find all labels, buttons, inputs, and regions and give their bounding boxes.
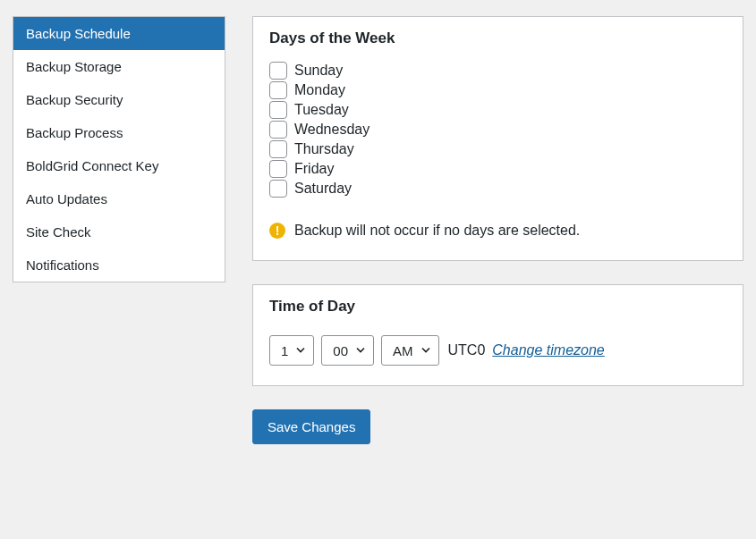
- sidebar-item-backup-schedule[interactable]: Backup Schedule: [13, 17, 225, 50]
- sidebar-item-site-check[interactable]: Site Check: [13, 215, 225, 248]
- checkbox-tuesday[interactable]: [269, 101, 287, 119]
- days-panel-title: Days of the Week: [253, 17, 743, 56]
- main-content: Days of the Week Sunday Monday Tuesday W…: [252, 16, 756, 444]
- day-row-monday: Monday: [269, 81, 726, 99]
- day-label[interactable]: Sunday: [294, 63, 343, 79]
- checkbox-sunday[interactable]: [269, 62, 287, 80]
- day-row-sunday: Sunday: [269, 62, 726, 80]
- sidebar-item-notifications[interactable]: Notifications: [13, 248, 225, 282]
- time-panel-title: Time of Day: [253, 285, 743, 324]
- checkbox-friday[interactable]: [269, 160, 287, 178]
- day-row-wednesday: Wednesday: [269, 121, 726, 139]
- checkbox-saturday[interactable]: [269, 180, 287, 198]
- checkbox-monday[interactable]: [269, 81, 287, 99]
- change-timezone-link[interactable]: Change timezone: [492, 342, 604, 358]
- hour-select[interactable]: 1: [269, 335, 314, 366]
- sidebar-item-backup-storage[interactable]: Backup Storage: [13, 50, 225, 83]
- days-of-week-panel: Days of the Week Sunday Monday Tuesday W…: [252, 16, 743, 261]
- day-label[interactable]: Tuesday: [294, 102, 349, 118]
- day-label[interactable]: Thursday: [294, 141, 354, 157]
- day-row-tuesday: Tuesday: [269, 101, 726, 119]
- chevron-down-icon: [355, 343, 366, 358]
- warning-icon: !: [269, 223, 285, 239]
- day-label[interactable]: Wednesday: [294, 122, 370, 138]
- no-days-warning: ! Backup will not occur if no days are s…: [269, 223, 726, 239]
- day-row-saturday: Saturday: [269, 180, 726, 198]
- sidebar-item-auto-updates[interactable]: Auto Updates: [13, 182, 225, 215]
- sidebar-item-boldgrid-connect-key[interactable]: BoldGrid Connect Key: [13, 149, 225, 182]
- chevron-down-icon: [295, 343, 306, 358]
- minute-select[interactable]: 00: [321, 335, 374, 366]
- day-row-friday: Friday: [269, 160, 726, 178]
- warning-text: Backup will not occur if no days are sel…: [294, 223, 580, 239]
- day-label[interactable]: Friday: [294, 161, 334, 177]
- checkbox-thursday[interactable]: [269, 140, 287, 158]
- timezone-label: UTC0: [448, 342, 486, 358]
- settings-sidebar: Backup Schedule Backup Storage Backup Se…: [13, 16, 225, 282]
- day-label[interactable]: Monday: [294, 82, 345, 98]
- day-row-thursday: Thursday: [269, 140, 726, 158]
- chevron-down-icon: [420, 343, 431, 358]
- save-changes-button[interactable]: Save Changes: [252, 409, 370, 444]
- checkbox-wednesday[interactable]: [269, 121, 287, 139]
- time-of-day-panel: Time of Day 1 00: [252, 284, 743, 386]
- day-label[interactable]: Saturday: [294, 181, 352, 197]
- sidebar-item-backup-security[interactable]: Backup Security: [13, 83, 225, 116]
- sidebar-item-backup-process[interactable]: Backup Process: [13, 116, 225, 149]
- ampm-select[interactable]: AM: [381, 335, 439, 366]
